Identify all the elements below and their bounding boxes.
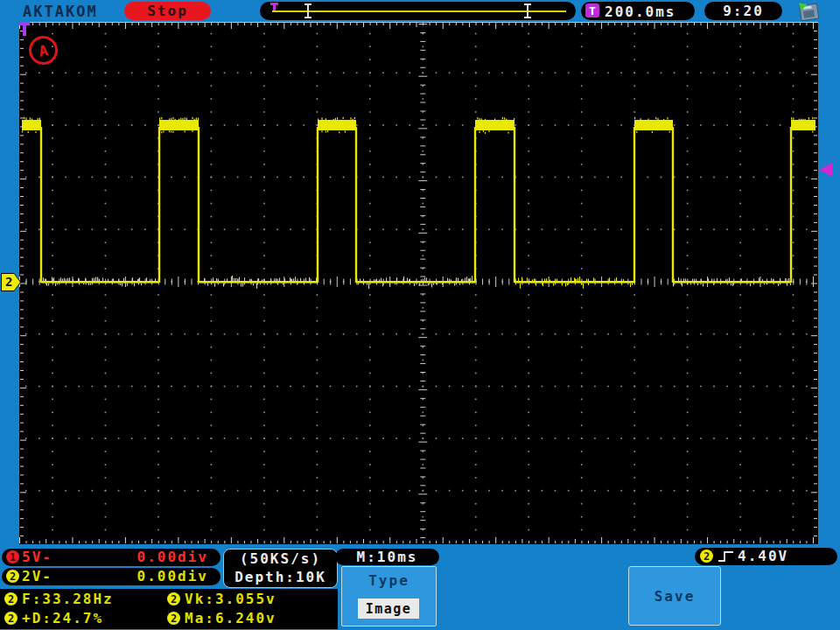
ch1-readout[interactable]: 1 5V- 0.00div	[2, 549, 220, 566]
menu-type-panel[interactable]: Type Image	[341, 566, 437, 626]
menu-selected-label: Image	[366, 601, 412, 617]
save-button-label: Save	[654, 588, 696, 605]
sweep-line	[272, 10, 566, 12]
meas-badge: 2	[167, 592, 180, 606]
meas-duty: +D:24.7%	[22, 610, 103, 627]
meas-vmax: Ma:6.240v	[185, 610, 276, 627]
trigger-level-readout: 2 4.40V	[695, 548, 837, 565]
sample-rate: (50KS/s)	[224, 550, 337, 567]
meas-badge: 2	[4, 612, 18, 625]
ch1-badge: 1	[6, 550, 19, 564]
memory-depth: Depth:10K	[224, 569, 337, 585]
bracket-serif	[524, 17, 531, 18]
brand-logo: AKTAKOM	[23, 3, 98, 20]
ch2-readout[interactable]: 2 2V- 0.00div	[2, 568, 220, 585]
ch2-badge: 2	[6, 570, 19, 583]
trigger-delay-value: 200.0ms	[605, 4, 676, 20]
meas-badge: 2	[4, 592, 18, 606]
ch1-scale: 5V-	[22, 549, 52, 566]
trigger-level-value: 4.40V	[738, 548, 788, 565]
run-state-label: Stop	[147, 3, 188, 19]
menu-selected-option[interactable]: Image	[358, 598, 419, 619]
trigger-level-arrow[interactable]	[819, 163, 832, 177]
timebase-readout: M:10ms	[335, 549, 439, 565]
timebase-value: M:10ms	[357, 549, 418, 565]
ch2-marker-label: 2	[5, 275, 12, 289]
clock: 9:20	[704, 2, 782, 20]
bracket-serif	[304, 17, 312, 18]
waveform-display-area	[19, 22, 818, 544]
menu-title: Type	[342, 572, 436, 589]
clock-value: 9:20	[723, 3, 764, 19]
flag-stem	[23, 25, 26, 36]
stop-button[interactable]: Stop	[124, 2, 211, 20]
rising-edge-icon	[718, 550, 735, 563]
meas-frequency: F:33.28Hz	[22, 591, 114, 608]
usb-disk-icon	[797, 1, 820, 20]
graticule-and-trace-canvas	[19, 22, 818, 544]
meas-vrms: Vk:3.055v	[185, 591, 276, 608]
ch2-offset: 0.00div	[133, 568, 208, 585]
save-button[interactable]: Save	[628, 566, 721, 626]
disk-label	[803, 10, 815, 18]
trigger-position-bar[interactable]	[260, 2, 576, 20]
trigger-delay-readout: T 200.0ms	[581, 2, 695, 20]
ch2-scale: 2V-	[22, 568, 52, 585]
ch1-offset: 0.00div	[133, 549, 208, 566]
measurements-panel: 2 F:33.28Hz 2 Vk:3.055v 2 +D:24.7% 2 Ma:…	[0, 589, 338, 629]
trigger-source-badge: 2	[700, 550, 713, 563]
acquisition-box: (50KS/s) Depth:10K	[223, 549, 338, 588]
meas-badge: 2	[167, 612, 180, 625]
trigger-t-icon: T	[585, 4, 599, 18]
